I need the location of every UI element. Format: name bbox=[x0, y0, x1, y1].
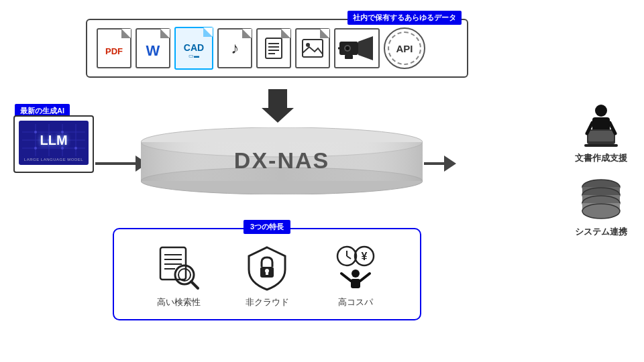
svg-line-62 bbox=[341, 274, 351, 281]
svg-point-10 bbox=[345, 46, 350, 50]
feature-noncloud: 非クラウド bbox=[244, 244, 290, 308]
data-box: 社内で保有するあらゆるデータ PDF W CAD ▭▬ bbox=[86, 19, 468, 78]
data-badge: 社内で保有するあらゆるデータ bbox=[347, 11, 462, 25]
cylinder-to-output-arrow bbox=[424, 156, 456, 172]
feature-search-label: 高い検索性 bbox=[157, 296, 201, 308]
llm-box: LLM LARGE LANGUAGE MODEL bbox=[13, 115, 94, 173]
image-icon bbox=[295, 28, 330, 68]
word-icon: W bbox=[136, 28, 170, 68]
doc-support-item: 文書作成支援 bbox=[575, 104, 627, 164]
svg-rect-61 bbox=[351, 279, 360, 288]
cad-icon: CAD ▭▬ bbox=[174, 27, 213, 70]
svg-point-24 bbox=[34, 147, 37, 149]
feature-noncloud-label: 非クラウド bbox=[246, 296, 289, 308]
music-icon: ♪ bbox=[217, 28, 252, 68]
svg-point-30 bbox=[595, 105, 607, 117]
svg-rect-12 bbox=[345, 55, 353, 59]
dxnas-label: DX-NAS bbox=[141, 147, 423, 174]
svg-point-43 bbox=[582, 204, 620, 219]
system-link-label: システム連携 bbox=[575, 226, 627, 238]
icon-row: PDF W CAD ▭▬ ♪ bbox=[97, 27, 458, 70]
features-box: 3つの特長 高い検索性 bbox=[113, 228, 421, 320]
svg-rect-0 bbox=[266, 38, 282, 58]
svg-line-63 bbox=[360, 274, 370, 281]
camera-icon bbox=[334, 28, 380, 68]
llm-to-cylinder-arrow bbox=[95, 156, 148, 172]
document-icon bbox=[256, 28, 291, 68]
diagram-area: 社内で保有するあらゆるデータ PDF W CAD ▭▬ bbox=[0, 0, 644, 362]
svg-rect-34 bbox=[584, 144, 618, 147]
down-arrow bbox=[262, 89, 294, 123]
svg-text:¥: ¥ bbox=[362, 251, 368, 262]
feature-cospa: ¥ 高コスパ bbox=[332, 244, 379, 308]
output-area: 文書作成支援 システム連携 bbox=[575, 104, 627, 238]
svg-rect-33 bbox=[588, 131, 614, 141]
feature-search: 高い検索性 bbox=[155, 244, 202, 308]
svg-rect-5 bbox=[303, 40, 323, 57]
doc-support-label: 文書作成支援 bbox=[575, 152, 627, 164]
features-badge: 3つの特長 bbox=[244, 220, 290, 234]
feature-cospa-label: 高コスパ bbox=[338, 296, 373, 308]
pdf-icon: PDF bbox=[97, 28, 131, 68]
svg-point-20 bbox=[34, 131, 37, 133]
svg-line-57 bbox=[347, 256, 351, 259]
dxnas-cylinder: DX-NAS bbox=[141, 127, 423, 194]
svg-point-23 bbox=[74, 147, 77, 149]
svg-marker-8 bbox=[358, 36, 373, 60]
svg-point-60 bbox=[352, 269, 360, 278]
system-link-item: システム連携 bbox=[575, 179, 627, 238]
llm-subtitle: LARGE LANGUAGE MODEL bbox=[22, 158, 85, 162]
llm-title: LLM bbox=[40, 133, 67, 148]
api-icon: API bbox=[384, 27, 425, 69]
svg-rect-54 bbox=[266, 271, 268, 275]
svg-line-51 bbox=[191, 282, 198, 288]
